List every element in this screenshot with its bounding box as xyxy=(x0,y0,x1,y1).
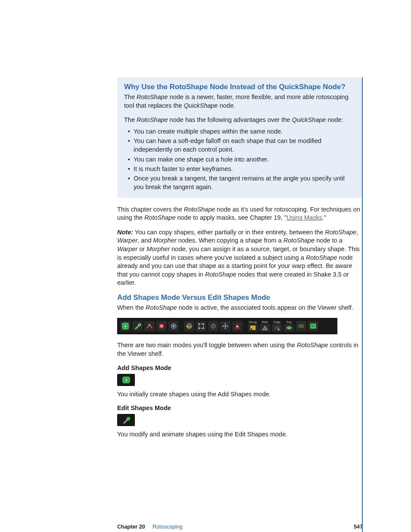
body-para-4: There are two main modes you'll toggle b… xyxy=(117,341,363,358)
subhead-add-shapes: Add Shapes Mode xyxy=(117,364,363,371)
link-icon[interactable] xyxy=(296,321,306,331)
svg-point-19 xyxy=(278,329,280,330)
callout-list: You can create multiple shapes within th… xyxy=(124,127,356,192)
any-icon[interactable] xyxy=(284,324,294,332)
page-rule xyxy=(362,78,363,532)
render-icon[interactable] xyxy=(308,321,318,331)
page-content: Why Use the RotoShape Node Instead of th… xyxy=(0,0,411,532)
callout-heading: Why Use the RotoShape Node Instead of th… xyxy=(124,83,356,91)
edit-shapes-icon[interactable] xyxy=(132,321,143,331)
svg-point-11 xyxy=(203,324,204,325)
list-item: You can have a soft-edge falloff on each… xyxy=(134,137,356,154)
edge-stack[interactable]: Edge xyxy=(272,320,282,332)
svg-text:+: + xyxy=(125,377,128,383)
svg-point-6 xyxy=(173,325,174,327)
select-all-icon[interactable]: ALL xyxy=(184,321,194,331)
svg-rect-22 xyxy=(311,324,316,328)
list-item: You can make one shape cut a hole into a… xyxy=(134,155,356,164)
list-item: You can create multiple shapes within th… xyxy=(134,127,356,136)
svg-point-21 xyxy=(301,325,304,327)
any-label: Any xyxy=(284,320,294,324)
body-para-1: This chapter covers the RotoShape node a… xyxy=(117,205,363,222)
svg-point-15 xyxy=(237,326,238,327)
main-label: Main xyxy=(260,320,270,324)
add-shapes-icon[interactable]: + xyxy=(120,321,131,331)
svg-point-26 xyxy=(127,417,130,420)
callout-box: Why Use the RotoShape Node Instead of th… xyxy=(117,78,363,198)
footer-title: Rotoscoping xyxy=(153,524,183,530)
svg-rect-16 xyxy=(250,325,256,330)
keyframe-icon[interactable] xyxy=(232,321,243,331)
body-para-5: You initially create shapes using the Ad… xyxy=(117,390,363,399)
group-label: Group xyxy=(248,320,258,324)
edge-icon[interactable] xyxy=(272,324,282,332)
shape-visibility-icon[interactable] xyxy=(168,321,179,331)
add-shapes-mode-icon: + xyxy=(117,374,135,386)
move-icon[interactable] xyxy=(220,321,230,331)
note-para: Note: You can copy shapes, either partia… xyxy=(117,228,363,287)
list-item: Once you break a tangent, the tangent re… xyxy=(134,174,356,192)
edit-shapes-mode-icon xyxy=(117,414,135,426)
body-para-6: You modify and animate shapes using the … xyxy=(117,430,363,439)
transform-icon[interactable] xyxy=(196,321,206,331)
body-para-3: When the RotoShape node is active, the a… xyxy=(117,304,363,312)
main-stack[interactable]: Main xyxy=(260,320,270,332)
viewer-shelf-toolbar: + ALL Group Main Edge Any xyxy=(117,318,337,334)
page-footer: Chapter 20 Rotoscoping 547 xyxy=(117,524,363,530)
list-item: It is much faster to enter keyframes. xyxy=(134,165,356,173)
svg-point-12 xyxy=(199,328,200,329)
edge-label: Edge xyxy=(272,320,282,324)
svg-text:+: + xyxy=(124,324,127,329)
svg-point-3 xyxy=(149,324,150,326)
svg-point-20 xyxy=(299,325,301,327)
group-stack[interactable]: Group xyxy=(248,320,258,332)
svg-point-2 xyxy=(138,324,141,326)
note-label: Note: xyxy=(117,229,133,236)
callout-para-2: The RotoShape node has the following adv… xyxy=(124,116,356,124)
svg-point-17 xyxy=(251,328,252,330)
tangent-icon[interactable] xyxy=(144,321,155,331)
footer-page-number: 547 xyxy=(354,524,363,530)
any-stack[interactable]: Any xyxy=(284,320,294,332)
hide-tangents-icon[interactable] xyxy=(208,321,218,331)
footer-chapter: Chapter 20 xyxy=(117,524,145,530)
callout-para-1: The RotoShape node is a newer, faster, m… xyxy=(124,93,356,110)
svg-point-13 xyxy=(203,328,204,329)
group-icon[interactable] xyxy=(248,324,258,332)
subhead-edit-shapes: Edit Shapes Mode xyxy=(117,404,363,411)
main-icon[interactable] xyxy=(260,324,270,332)
svg-point-10 xyxy=(199,324,200,325)
svg-point-14 xyxy=(211,324,215,328)
svg-text:ALL: ALL xyxy=(187,325,192,328)
svg-rect-9 xyxy=(199,324,203,328)
svg-rect-23 xyxy=(311,325,313,326)
delete-point-icon[interactable] xyxy=(156,321,167,331)
heading-add-vs-edit: Add Shapes Mode Versus Edit Shapes Mode xyxy=(117,293,363,302)
using-masks-link[interactable]: Using Masks xyxy=(286,214,322,221)
